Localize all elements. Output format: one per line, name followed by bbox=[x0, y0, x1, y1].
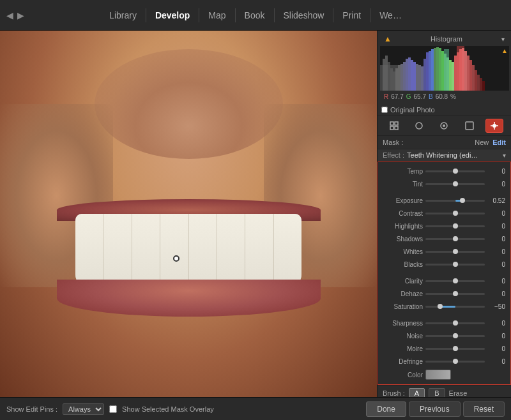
tint-slider[interactable] bbox=[425, 183, 485, 185]
whites-slider[interactable] bbox=[425, 251, 485, 253]
saturation-slider[interactable] bbox=[425, 306, 485, 308]
highlights-thumb[interactable] bbox=[453, 223, 458, 229]
svg-rect-4 bbox=[390, 68, 393, 91]
blacks-label: Blacks bbox=[383, 261, 423, 268]
histogram-section: ▲ Histogram ▾ bbox=[378, 31, 511, 104]
clarity-thumb[interactable] bbox=[453, 278, 458, 283]
noise-thumb[interactable] bbox=[453, 333, 458, 338]
nav-web[interactable]: We… bbox=[370, 8, 411, 22]
module-nav: Library Develop Map Book Slideshow Print… bbox=[100, 8, 411, 22]
svg-rect-6 bbox=[395, 68, 398, 91]
blacks-thumb[interactable] bbox=[453, 262, 458, 267]
highlights-slider-row: Highlights 0 bbox=[378, 220, 510, 232]
exposure-thumb[interactable] bbox=[460, 198, 465, 203]
tint-thumb[interactable] bbox=[453, 181, 458, 186]
previous-button[interactable]: Previous bbox=[409, 401, 461, 417]
shadows-thumb[interactable] bbox=[453, 236, 458, 241]
done-button[interactable]: Done bbox=[366, 401, 406, 417]
contrast-thumb[interactable] bbox=[453, 211, 458, 216]
svg-point-47 bbox=[416, 123, 422, 129]
whites-thumb[interactable] bbox=[453, 249, 458, 254]
defringe-value: 0 bbox=[487, 358, 505, 365]
sharpness-slider[interactable] bbox=[425, 322, 485, 324]
blacks-slider-row: Blacks 0 bbox=[378, 258, 510, 271]
moire-value: 0 bbox=[487, 345, 505, 352]
svg-rect-46 bbox=[395, 126, 398, 130]
redeye-tool[interactable] bbox=[435, 119, 453, 133]
sharpness-slider-row: Sharpness 0 bbox=[378, 317, 510, 329]
noise-slider[interactable] bbox=[425, 335, 485, 337]
show-pins-label: Show Edit Pins : bbox=[6, 405, 57, 413]
show-pins-select[interactable]: Always bbox=[63, 403, 104, 415]
mask-edit-button[interactable]: Edit bbox=[492, 139, 506, 146]
dehaze-slider[interactable] bbox=[425, 293, 485, 295]
sharpness-thumb[interactable] bbox=[453, 320, 458, 326]
tooth-2 bbox=[103, 214, 132, 287]
svg-rect-8 bbox=[400, 64, 403, 91]
saturation-thumb[interactable] bbox=[438, 304, 443, 309]
nav-book[interactable]: Book bbox=[236, 8, 275, 22]
dehaze-thumb[interactable] bbox=[453, 291, 458, 296]
spot-removal-tool[interactable] bbox=[410, 119, 428, 133]
color-swatch[interactable] bbox=[425, 370, 451, 380]
svg-rect-33 bbox=[464, 51, 467, 91]
graduated-filter-tool[interactable] bbox=[461, 119, 478, 133]
tooth-5 bbox=[189, 214, 217, 287]
svg-rect-29 bbox=[454, 56, 457, 91]
teeth-area bbox=[75, 214, 301, 287]
highlights-label: Highlights bbox=[383, 223, 423, 230]
exposure-slider[interactable] bbox=[425, 200, 485, 202]
mask-new-button[interactable]: New bbox=[475, 139, 489, 146]
defringe-slider[interactable] bbox=[425, 361, 485, 363]
svg-rect-3 bbox=[388, 62, 390, 91]
brush-erase-button[interactable]: Erase bbox=[449, 389, 468, 397]
nav-slideshow[interactable]: Slideshow bbox=[275, 8, 334, 22]
highlights-slider[interactable] bbox=[425, 225, 485, 227]
svg-rect-7 bbox=[398, 65, 400, 91]
svg-rect-43 bbox=[390, 122, 393, 125]
mask-pin[interactable] bbox=[173, 255, 179, 262]
svg-point-51 bbox=[492, 124, 496, 128]
shadows-value: 0 bbox=[487, 236, 505, 243]
crop-tool[interactable] bbox=[385, 119, 403, 133]
original-photo-checkbox[interactable] bbox=[381, 107, 388, 113]
blacks-slider[interactable] bbox=[425, 264, 485, 266]
temp-slider[interactable] bbox=[425, 170, 485, 172]
tooth-4 bbox=[160, 214, 188, 287]
original-photo-toggle[interactable]: Original Photo bbox=[378, 104, 511, 116]
histogram-menu-icon[interactable]: ▾ bbox=[501, 36, 505, 43]
moire-slider[interactable] bbox=[425, 348, 485, 350]
tooth-3 bbox=[132, 214, 160, 287]
contrast-value: 0 bbox=[487, 210, 505, 217]
tint-slider-row: Tint 0 bbox=[378, 177, 510, 190]
nav-map[interactable]: Map bbox=[199, 8, 235, 22]
bottom-right: Done Previous Reset bbox=[366, 401, 505, 417]
hist-r-label: R bbox=[384, 93, 388, 100]
photo-viewer[interactable] bbox=[0, 31, 377, 397]
nav-back-arrow[interactable]: ◀ bbox=[6, 10, 13, 20]
brush-b-button[interactable]: B bbox=[429, 388, 445, 397]
shadows-slider[interactable] bbox=[425, 238, 485, 240]
contrast-slider[interactable] bbox=[425, 213, 485, 214]
nav-develop[interactable]: Develop bbox=[146, 8, 199, 22]
adjustment-brush-tool[interactable] bbox=[485, 119, 503, 133]
overlay-checkbox[interactable] bbox=[109, 405, 117, 413]
mask-row: Mask : New Edit bbox=[378, 136, 511, 149]
histogram-clip-icon: ▲ bbox=[501, 47, 508, 54]
brush-a-button[interactable]: A bbox=[409, 388, 425, 397]
clarity-slider[interactable] bbox=[425, 280, 485, 282]
effect-dropdown-button[interactable]: ▾ bbox=[503, 152, 506, 159]
reset-button[interactable]: Reset bbox=[463, 401, 505, 417]
nav-library[interactable]: Library bbox=[100, 8, 146, 22]
clarity-slider-row: Clarity 0 bbox=[378, 274, 510, 287]
color-row: Color bbox=[378, 368, 510, 382]
svg-rect-12 bbox=[411, 60, 413, 91]
svg-rect-21 bbox=[434, 48, 436, 91]
moire-thumb[interactable] bbox=[453, 346, 458, 351]
defringe-thumb[interactable] bbox=[453, 359, 458, 364]
nav-forward-arrow[interactable]: ▶ bbox=[17, 10, 24, 20]
temp-thumb[interactable] bbox=[453, 169, 458, 174]
mask-label: Mask : bbox=[383, 139, 403, 146]
svg-rect-50 bbox=[466, 122, 473, 130]
nav-print[interactable]: Print bbox=[333, 8, 370, 22]
